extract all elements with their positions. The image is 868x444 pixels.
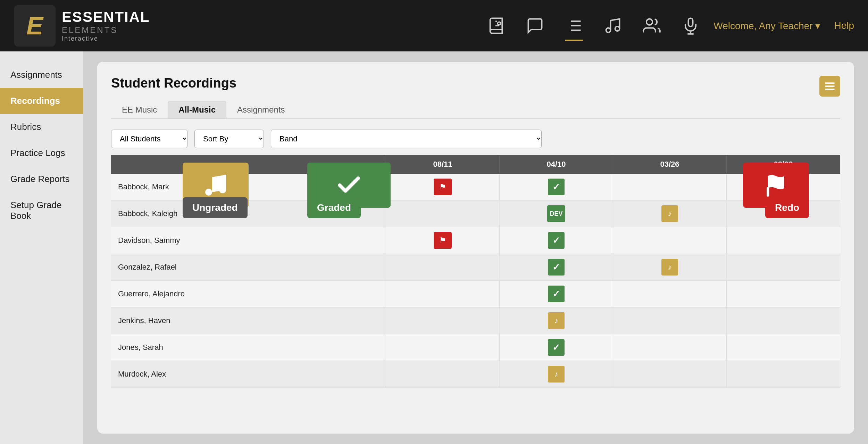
graded-popup: Graded xyxy=(307,197,361,218)
nav-music-icon[interactable] xyxy=(604,17,622,35)
music-note-icon: ♪ xyxy=(661,205,678,222)
student-name: Murdock, Alex xyxy=(111,361,386,388)
col-0811: 08/11 xyxy=(386,155,499,174)
table-cell: ✓ xyxy=(499,334,613,361)
table-row[interactable]: Guerrero, Alejandro ✓ xyxy=(111,281,840,307)
table-cell: DEV xyxy=(499,200,613,227)
table-cell: ✓ xyxy=(499,281,613,307)
student-name: Davidson, Sammy xyxy=(111,227,386,254)
table-cell xyxy=(613,334,726,361)
sidebar-item-grade-reports[interactable]: Grade Reports xyxy=(0,166,83,192)
band-filter[interactable]: Band xyxy=(271,130,542,148)
table-cell xyxy=(613,307,726,334)
table-cell xyxy=(726,361,840,388)
nav-mic-icon[interactable] xyxy=(682,17,700,35)
check-icon: ✓ xyxy=(548,232,565,249)
sidebar: Assignments Recordings Rubrics Practice … xyxy=(0,51,83,444)
tab-all-music[interactable]: All-Music xyxy=(168,101,226,118)
content-area: Student Recordings EE Music All-Music As… xyxy=(83,51,868,444)
logo-letter: E xyxy=(26,13,43,38)
table-cell: ♪ xyxy=(613,200,726,227)
table-cell xyxy=(386,361,499,388)
table-cell xyxy=(613,361,726,388)
flag-icon: ⚑ xyxy=(434,179,452,195)
table-cell xyxy=(613,227,726,254)
top-navigation: E ESSENTIAL ELEMENTS Interactive xyxy=(0,0,868,51)
sort-filter[interactable]: Sort By xyxy=(194,130,264,148)
table-cell xyxy=(386,281,499,307)
tab-assignments[interactable]: Assignments xyxy=(226,101,295,118)
nav-book-icon[interactable] xyxy=(487,17,505,35)
svg-rect-10 xyxy=(688,18,693,26)
svg-point-14 xyxy=(205,189,212,196)
sidebar-item-assignments[interactable]: Assignments xyxy=(0,62,83,88)
main-panel: Student Recordings EE Music All-Music As… xyxy=(97,62,854,434)
table-cell xyxy=(386,307,499,334)
table-row[interactable]: Jones, Sarah ✓ xyxy=(111,334,840,361)
nav-users-icon[interactable] xyxy=(643,17,661,35)
nav-list-icon[interactable] xyxy=(565,17,583,35)
sidebar-item-practice-logs[interactable]: Practice Logs xyxy=(0,140,83,166)
check-icon: ✓ xyxy=(548,339,565,356)
table-cell: ✓ xyxy=(499,254,613,281)
logo-area: E ESSENTIAL ELEMENTS Interactive xyxy=(14,5,150,47)
table-cell: ⚑ xyxy=(386,227,499,254)
class-filter[interactable]: All Students xyxy=(111,130,187,148)
sidebar-item-recordings[interactable]: Recordings xyxy=(0,88,83,114)
tab-ee-music[interactable]: EE Music xyxy=(111,101,168,118)
table-cell xyxy=(386,254,499,281)
col-0410: 04/10 xyxy=(499,155,613,174)
table-cell: ♪ xyxy=(499,307,613,334)
help-link[interactable]: Help xyxy=(834,20,854,31)
logo-box: E xyxy=(14,5,56,47)
nav-right: Welcome, Any Teacher ▾ Help xyxy=(487,17,854,35)
table-row[interactable]: Jenkins, Haven ♪ xyxy=(111,307,840,334)
table-cell xyxy=(613,281,726,307)
dev-badge: DEV xyxy=(547,205,565,222)
list-view-button[interactable] xyxy=(819,76,840,97)
table-cell: ♪ xyxy=(499,361,613,388)
sidebar-item-setup-grade-book[interactable]: Setup Grade Book xyxy=(0,192,83,229)
tab-bar: EE Music All-Music Assignments xyxy=(111,101,840,119)
sidebar-item-rubrics[interactable]: Rubrics xyxy=(0,114,83,140)
check-icon: ✓ xyxy=(548,259,565,276)
student-name: Jones, Sarah xyxy=(111,334,386,361)
ungraded-popup: Ungraded xyxy=(183,197,248,218)
filter-row: All Students Sort By Band xyxy=(111,130,840,148)
svg-point-7 xyxy=(606,28,611,33)
music-note-icon: ♪ xyxy=(548,366,565,383)
music-note-icon: ♪ xyxy=(661,259,678,276)
table-cell xyxy=(726,334,840,361)
student-name: Jenkins, Haven xyxy=(111,307,386,334)
flag-icon: ⚑ xyxy=(434,232,452,249)
logo-interactive: Interactive xyxy=(62,35,150,42)
table-cell xyxy=(613,174,726,200)
student-name: Gonzalez, Rafael xyxy=(111,254,386,281)
nav-chat-icon[interactable] xyxy=(526,17,544,35)
table-cell xyxy=(386,334,499,361)
main-layout: Assignments Recordings Rubrics Practice … xyxy=(0,51,868,444)
table-cell: ♪ xyxy=(613,254,726,281)
svg-point-15 xyxy=(219,186,226,193)
page-title: Student Recordings xyxy=(111,76,840,91)
svg-point-8 xyxy=(615,26,620,31)
table-cell: ✓ xyxy=(499,174,613,200)
table-cell xyxy=(726,281,840,307)
table-cell xyxy=(726,227,840,254)
logo-main-text: ESSENTIAL xyxy=(62,9,150,25)
svg-point-0 xyxy=(498,22,501,25)
student-name: Guerrero, Alejandro xyxy=(111,281,386,307)
table-cell xyxy=(386,200,499,227)
table-row[interactable]: Davidson, Sammy ⚑ ✓ xyxy=(111,227,840,254)
table-cell xyxy=(726,254,840,281)
table-row[interactable]: Gonzalez, Rafael ✓ ♪ xyxy=(111,254,840,281)
nav-icons xyxy=(487,17,700,35)
table-cell xyxy=(726,307,840,334)
logo-sub-text: ELEMENTS xyxy=(62,25,150,35)
welcome-text[interactable]: Welcome, Any Teacher ▾ xyxy=(713,20,820,32)
table-row[interactable]: Murdock, Alex ♪ xyxy=(111,361,840,388)
check-icon: ✓ xyxy=(548,179,565,195)
music-note-icon: ♪ xyxy=(548,312,565,329)
logo-text-area: ESSENTIAL ELEMENTS Interactive xyxy=(62,9,150,42)
redo-popup: Redo xyxy=(765,197,809,218)
